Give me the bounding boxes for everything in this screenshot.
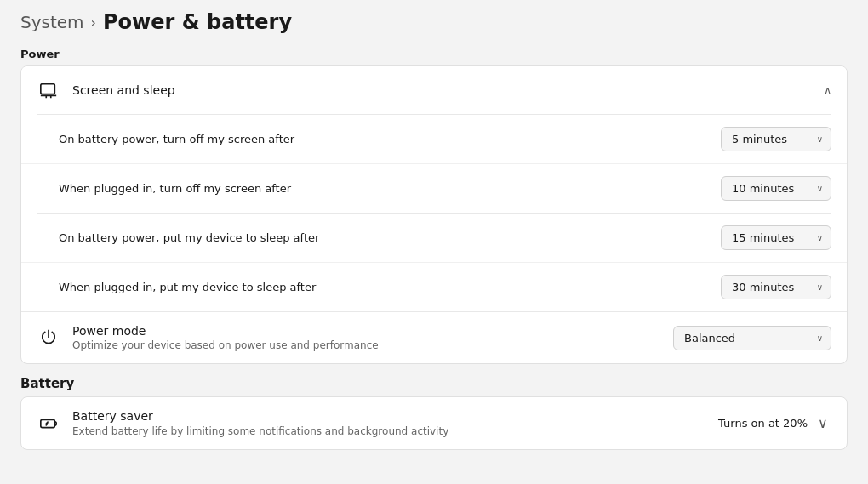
battery-saver-expand-button[interactable]: ∨: [814, 412, 831, 435]
plugged-screen-off-row: When plugged in, turn off my screen afte…: [21, 163, 847, 213]
screen-sleep-card: Screen and sleep ∧ On battery power, tur…: [20, 65, 848, 364]
battery-saver-turns-on-label: Turns on at 20%: [718, 417, 808, 430]
power-section-label: Power: [20, 48, 848, 60]
power-mode-text: Power mode Optimize your device based on…: [72, 324, 379, 351]
battery-saver-icon: [37, 412, 60, 436]
plugged-sleep-label: When plugged in, put my device to sleep …: [59, 281, 316, 293]
battery-saver-subtitle: Extend battery life by limiting some not…: [72, 425, 448, 437]
plugged-sleep-select[interactable]: 1 minute 2 minutes 3 minutes 5 minutes 1…: [721, 275, 831, 299]
screen-sleep-chevron-icon: ∧: [824, 84, 831, 96]
power-mode-row: Power mode Optimize your device based on…: [21, 311, 847, 363]
plugged-screen-off-select-wrap: 1 minute 2 minutes 3 minutes 5 minutes 1…: [721, 176, 831, 201]
battery-screen-off-label: On battery power, turn off my screen aft…: [59, 133, 294, 145]
screen-sleep-header[interactable]: Screen and sleep ∧: [21, 66, 847, 114]
battery-sleep-select[interactable]: 1 minute 2 minutes 3 minutes 5 minutes 1…: [721, 225, 831, 250]
sleep-group: On battery power, put my device to sleep…: [21, 214, 847, 311]
battery-sleep-row: On battery power, put my device to sleep…: [21, 214, 847, 262]
breadcrumb-chevron-icon: ›: [91, 14, 96, 31]
battery-screen-off-select-wrap: 1 minute 2 minutes 3 minutes 5 minutes 1…: [721, 127, 831, 151]
battery-section-label: Battery: [20, 376, 848, 391]
screen-sleep-title: Screen and sleep: [72, 83, 175, 97]
battery-saver-text: Battery saver Extend battery life by lim…: [72, 409, 448, 437]
plugged-screen-off-label: When plugged in, turn off my screen afte…: [59, 182, 291, 195]
power-mode-icon: [37, 326, 60, 350]
plugged-sleep-select-wrap: 1 minute 2 minutes 3 minutes 5 minutes 1…: [721, 275, 831, 299]
plugged-screen-off-select[interactable]: 1 minute 2 minutes 3 minutes 5 minutes 1…: [721, 176, 831, 201]
power-mode-select[interactable]: Best power efficiency Balanced Best perf…: [673, 326, 831, 350]
screen-sleep-header-left: Screen and sleep: [37, 78, 175, 102]
power-mode-left: Power mode Optimize your device based on…: [37, 324, 673, 351]
svg-rect-0: [41, 84, 55, 94]
system-link[interactable]: System: [20, 12, 84, 32]
battery-sleep-label: On battery power, put my device to sleep…: [59, 231, 319, 244]
battery-saver-row: Battery saver Extend battery life by lim…: [21, 397, 847, 449]
page-title: Power & battery: [103, 10, 292, 34]
battery-saver-left: Battery saver Extend battery life by lim…: [37, 409, 718, 437]
power-mode-title: Power mode: [72, 324, 379, 338]
battery-screen-off-row: On battery power, turn off my screen aft…: [21, 115, 847, 163]
power-mode-select-wrap: Best power efficiency Balanced Best perf…: [673, 326, 831, 350]
battery-sleep-select-wrap: 1 minute 2 minutes 3 minutes 5 minutes 1…: [721, 225, 831, 250]
power-mode-subtitle: Optimize your device based on power use …: [72, 339, 379, 351]
plugged-sleep-row: When plugged in, put my device to sleep …: [21, 262, 847, 311]
screen-sleep-icon: [37, 78, 60, 102]
battery-saver-card: Battery saver Extend battery life by lim…: [20, 396, 848, 450]
screen-off-group: On battery power, turn off my screen aft…: [21, 115, 847, 213]
breadcrumb: System › Power & battery: [20, 10, 848, 34]
battery-screen-off-select[interactable]: 1 minute 2 minutes 3 minutes 5 minutes 1…: [721, 127, 831, 151]
battery-saver-right: Turns on at 20% ∨: [718, 412, 831, 435]
battery-saver-title: Battery saver: [72, 409, 448, 423]
